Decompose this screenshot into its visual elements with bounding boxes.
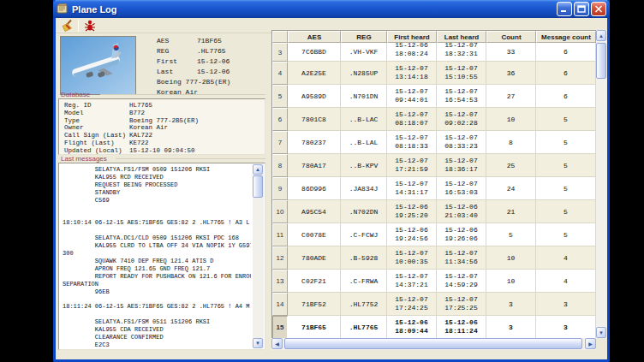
cell-first-heard[interactable]: 15-12-07 17:21:59 (387, 154, 437, 177)
cell-first-heard[interactable]: 15-12-06 19:25:20 (387, 200, 437, 223)
cell-reg[interactable]: .HL7765 (341, 316, 387, 339)
table-row[interactable]: 15 71BF65 .HL7765 15-12-06 18:09:44 15-1… (272, 316, 596, 339)
scroll-down-icon[interactable]: ▼ (253, 338, 263, 348)
table-row[interactable]: 9 86D996 .JA834J 15-12-07 14:31:17 15-12… (272, 177, 596, 200)
cell-last-heard[interactable]: 15-12-07 18:32:31 (437, 43, 486, 62)
cell-message-count[interactable]: 6 (536, 43, 596, 62)
cell-last-heard[interactable]: 15-12-07 08:33:23 (437, 131, 486, 154)
cell-count[interactable]: 10 (486, 108, 536, 131)
col-header-rownum[interactable] (272, 31, 288, 43)
cell-count[interactable]: 8 (486, 131, 536, 154)
messages-scrollbar-thumb[interactable] (253, 175, 263, 198)
cell-reg[interactable]: .C-FRWA (341, 270, 387, 293)
cell-aes[interactable]: 71BF65 (288, 316, 341, 339)
col-header-message-count[interactable]: Message count (536, 31, 596, 43)
cell-first-heard[interactable]: 15-12-07 14:37:21 (387, 270, 437, 293)
cell-count[interactable]: 21 (486, 200, 536, 223)
cell-count[interactable]: 5 (486, 223, 536, 246)
cell-last-heard[interactable]: 15-12-07 18:36:17 (437, 154, 486, 177)
row-number[interactable]: 12 (272, 246, 288, 270)
close-button[interactable] (591, 2, 606, 16)
col-header-last-heard[interactable]: Last heard (437, 31, 486, 43)
cell-last-heard[interactable]: 15-12-06 18:11:24 (437, 316, 486, 339)
messages-text[interactable]: SELATYA.FS1/FSM 0509 151206 RKSI KAL955 … (63, 166, 251, 347)
cell-first-heard[interactable]: 15-12-06 18:09:44 (387, 316, 437, 339)
cell-last-heard[interactable]: 15-12-07 09:02:28 (437, 108, 486, 131)
scroll-right-icon[interactable]: ▶ (585, 338, 596, 349)
cell-last-heard[interactable]: 15-12-07 16:53:03 (437, 177, 486, 200)
cell-first-heard[interactable]: 15-12-07 13:14:18 (387, 62, 437, 85)
cell-last-heard[interactable]: 15-12-07 14:59:29 (437, 270, 486, 293)
row-number[interactable]: 8 (272, 154, 288, 177)
table-row[interactable]: 7 780237 ..B-LAL 15-12-07 08:18:33 15-12… (272, 131, 596, 154)
scroll-up-icon[interactable]: ▲ (596, 30, 606, 41)
cell-message-count[interactable]: 3 (536, 316, 596, 339)
cell-count[interactable]: 24 (486, 177, 536, 200)
row-number[interactable]: 11 (272, 223, 288, 246)
bug-button[interactable] (81, 19, 98, 33)
cell-count[interactable]: 3 (486, 293, 536, 316)
cell-first-heard[interactable]: 15-12-07 17:24:25 (387, 293, 437, 316)
cell-last-heard[interactable]: 15-12-07 17:25:25 (437, 293, 486, 316)
cell-count[interactable]: 10 (486, 270, 536, 293)
row-number[interactable]: 9 (272, 177, 288, 200)
table-row[interactable]: 13 C02F21 .C-FRWA 15-12-07 14:37:21 15-1… (272, 270, 596, 293)
cell-message-count[interactable]: 5 (536, 154, 596, 177)
table-row[interactable]: 3 7C6BBD .VH-VKF 15-12-06 18:08:24 15-12… (272, 43, 596, 62)
row-number[interactable]: 10 (272, 200, 288, 223)
cell-first-heard[interactable]: 15-12-06 18:08:24 (387, 43, 437, 62)
cell-first-heard[interactable]: 15-12-07 14:31:17 (387, 177, 437, 200)
cell-reg[interactable]: .N285UP (341, 62, 387, 85)
cell-reg[interactable]: ..B-KPV (341, 154, 387, 177)
cell-message-count[interactable]: 5 (536, 131, 596, 154)
table-row[interactable]: 11 C0078E .C-FCWJ 15-12-06 19:24:56 15-1… (272, 223, 596, 246)
scroll-down-icon[interactable]: ▼ (596, 327, 606, 338)
table-hscrollbar-thumb[interactable] (284, 338, 582, 349)
row-number[interactable]: 15 (272, 316, 288, 339)
row-number[interactable]: 3 (272, 43, 288, 62)
row-number[interactable]: 7 (272, 131, 288, 154)
cell-aes[interactable]: C0078E (288, 223, 341, 246)
cell-first-heard[interactable]: 15-12-07 10:00:35 (387, 246, 437, 270)
cell-message-count[interactable]: 5 (536, 200, 596, 223)
row-number[interactable]: 13 (272, 270, 288, 293)
cell-aes[interactable]: A9589D (288, 85, 341, 108)
cell-aes[interactable]: C02F21 (288, 270, 341, 293)
cell-count[interactable]: 3 (486, 316, 536, 339)
cell-count[interactable]: 33 (486, 43, 536, 62)
cell-reg[interactable]: .C-FCWJ (341, 223, 387, 246)
cell-reg[interactable]: .N702DN (341, 200, 387, 223)
row-number[interactable]: 6 (272, 108, 288, 131)
table-row[interactable]: 10 A95C54 .N702DN 15-12-06 19:25:20 15-1… (272, 200, 596, 223)
table-row[interactable]: 4 A2E25E .N285UP 15-12-07 13:14:18 15-12… (272, 62, 596, 85)
cell-first-heard[interactable]: 15-12-07 08:18:07 (387, 108, 437, 131)
cell-reg[interactable]: .N701DN (341, 85, 387, 108)
cell-count[interactable]: 36 (486, 62, 536, 85)
table-row[interactable]: 6 7801C8 ..B-LAC 15-12-07 08:18:07 15-12… (272, 108, 596, 131)
table-row[interactable]: 14 71BF52 .HL7752 15-12-07 17:24:25 15-1… (272, 293, 596, 316)
cell-last-heard[interactable]: 15-12-07 11:34:56 (437, 246, 486, 270)
col-header-reg[interactable]: REG (341, 31, 387, 43)
table-row[interactable]: 5 A9589D .N701DN 15-12-07 09:44:01 15-12… (272, 85, 596, 108)
cell-message-count[interactable]: 3 (536, 293, 596, 316)
cell-message-count[interactable]: 6 (536, 62, 596, 85)
cell-message-count[interactable]: 5 (536, 108, 596, 131)
cell-aes[interactable]: 71BF52 (288, 293, 341, 316)
cell-first-heard[interactable]: 15-12-06 19:24:56 (387, 223, 437, 246)
messages-scrollbar[interactable]: ▲ ▼ (253, 164, 264, 348)
cell-aes[interactable]: 780ADE (288, 246, 341, 270)
scroll-up-icon[interactable]: ▲ (253, 164, 263, 175)
cell-reg[interactable]: ..B-LAC (341, 108, 387, 131)
cell-reg[interactable]: .B-5928 (341, 246, 387, 270)
cell-aes[interactable]: 780A17 (288, 154, 341, 177)
cell-message-count[interactable]: 5 (536, 223, 596, 246)
cell-first-heard[interactable]: 15-12-07 08:18:33 (387, 131, 437, 154)
cell-aes[interactable]: 86D996 (288, 177, 341, 200)
cell-message-count[interactable]: 4 (536, 270, 596, 293)
col-header-count[interactable]: Count (486, 31, 536, 43)
cell-message-count[interactable]: 5 (536, 177, 596, 200)
cell-reg[interactable]: .VH-VKF (341, 43, 387, 62)
maximize-button[interactable] (574, 2, 589, 16)
cell-count[interactable]: 25 (486, 154, 536, 177)
clear-log-button[interactable] (58, 19, 75, 33)
